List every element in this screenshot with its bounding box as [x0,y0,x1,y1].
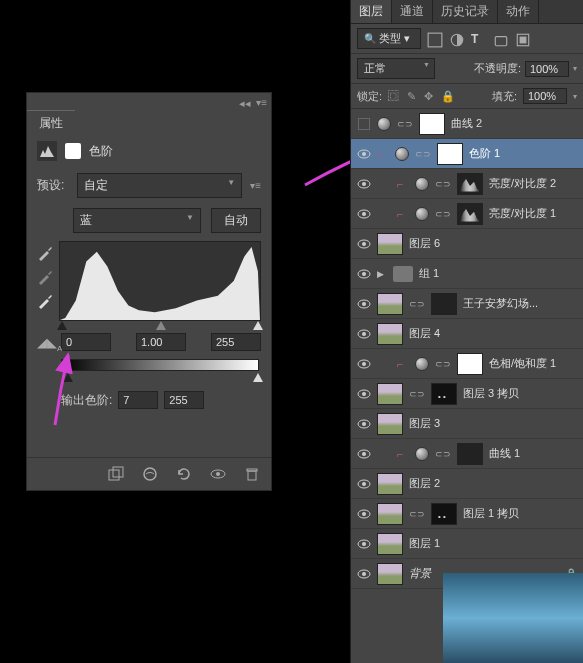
lock-pixels-icon[interactable]: ✎ [407,90,416,103]
channel-select[interactable]: 蓝 [73,208,201,233]
layer-thumb[interactable] [377,473,403,495]
clip-icon[interactable] [107,466,125,482]
layer-thumb[interactable] [377,413,403,435]
mask-thumb[interactable] [457,353,483,375]
mask-thumb[interactable] [457,203,483,225]
view-previous-icon[interactable] [141,466,159,482]
layer-row[interactable]: 图层 4 [351,319,583,349]
layer-thumb[interactable] [377,383,403,405]
input-black-field[interactable] [61,333,111,351]
mask-thumb[interactable] [437,143,463,165]
layer-row[interactable]: ⊂⊃图层 1 拷贝 [351,499,583,529]
eyedropper-gray-icon[interactable] [37,269,53,285]
auto-button[interactable]: 自动 [211,208,261,233]
layer-name[interactable]: 王子安梦幻场... [463,296,577,311]
mask-thumb[interactable] [419,113,445,135]
layer-row[interactable]: ⊂⊃图层 3 拷贝 [351,379,583,409]
visibility-toggle[interactable] [357,537,371,551]
layer-name[interactable]: 图层 6 [409,236,577,251]
layer-name[interactable]: 图层 4 [409,326,577,341]
mask-icon[interactable] [65,143,81,159]
output-white-slider[interactable] [253,373,263,382]
disclosure-icon[interactable]: ▶ [377,269,387,279]
mask-link-icon[interactable]: ⊂⊃ [409,509,425,519]
layer-thumb[interactable] [377,563,403,585]
output-black-slider[interactable] [63,373,73,382]
filter-pixel-icon[interactable] [427,32,443,46]
visibility-toggle[interactable] [357,237,371,251]
visibility-toggle[interactable] [357,387,371,401]
layer-row[interactable]: ⌐⊂⊃亮度/对比度 2 [351,169,583,199]
eyedropper-white-icon[interactable] [37,293,53,309]
black-point-slider[interactable] [57,321,67,330]
visibility-toggle[interactable] [357,297,371,311]
visibility-icon[interactable] [209,466,227,482]
tab-layers[interactable]: 图层 [351,0,392,23]
layer-name[interactable]: 图层 3 拷贝 [463,386,577,401]
filter-smart-icon[interactable] [515,32,531,46]
layer-row[interactable]: ⌐⊂⊃亮度/对比度 1 [351,199,583,229]
blend-mode-select[interactable]: 正常 [357,58,435,79]
layer-thumb[interactable] [377,323,403,345]
layer-row[interactable]: 图层 6 [351,229,583,259]
properties-tab[interactable]: 属性 [27,110,75,136]
lock-transparency-icon[interactable]: ⿴ [388,90,399,103]
tab-channels[interactable]: 通道 [392,0,433,23]
layer-name[interactable]: 图层 1 [409,536,577,551]
tab-history[interactable]: 历史记录 [433,0,498,23]
mask-link-icon[interactable]: ⊂⊃ [409,389,425,399]
layer-row[interactable]: ▶组 1 [351,259,583,289]
visibility-toggle[interactable] [357,567,371,581]
mask-thumb[interactable] [457,443,483,465]
layer-row[interactable]: ⌐⊂⊃色阶 1 [351,139,583,169]
visibility-toggle[interactable] [357,267,371,281]
opacity-input[interactable] [525,61,569,77]
visibility-toggle[interactable] [357,327,371,341]
trash-icon[interactable] [243,466,261,482]
fill-input[interactable] [523,88,567,104]
layer-name[interactable]: 亮度/对比度 1 [489,206,577,221]
midpoint-slider[interactable] [156,321,166,330]
mask-link-icon[interactable]: ⊂⊃ [435,209,451,219]
layer-row[interactable]: ⊂⊃曲线 2 [351,109,583,139]
mask-link-icon[interactable]: ⊂⊃ [435,179,451,189]
reset-icon[interactable] [175,466,193,482]
layer-name[interactable]: 亮度/对比度 2 [489,176,577,191]
output-sliders[interactable] [61,373,259,385]
tab-actions[interactable]: 动作 [498,0,539,23]
visibility-toggle[interactable] [357,507,371,521]
visibility-toggle[interactable] [357,207,371,221]
layer-thumb[interactable] [377,293,403,315]
layer-row[interactable]: 图层 1 [351,529,583,559]
input-mid-field[interactable] [136,333,186,351]
visibility-toggle[interactable] [357,117,371,131]
layer-name[interactable]: 图层 2 [409,476,577,491]
layer-thumb[interactable] [377,503,403,525]
mask-link-icon[interactable]: ⊂⊃ [435,359,451,369]
input-white-field[interactable] [211,333,261,351]
mask-link-icon[interactable]: ⊂⊃ [415,149,431,159]
eyedropper-black-icon[interactable] [37,245,53,261]
layer-row[interactable]: 图层 2 [351,469,583,499]
visibility-toggle[interactable] [357,447,371,461]
layer-row[interactable]: ⌐⊂⊃曲线 1 [351,439,583,469]
visibility-toggle[interactable] [357,477,371,491]
layer-row[interactable]: 图层 3 [351,409,583,439]
output-white-field[interactable] [164,391,204,409]
layer-name[interactable]: 图层 3 [409,416,577,431]
collapse-icon[interactable]: ◂◂ [239,97,251,110]
preset-menu-icon[interactable]: ▾≡ [250,180,261,191]
visibility-toggle[interactable] [357,357,371,371]
output-black-field[interactable] [118,391,158,409]
layer-name[interactable]: 图层 1 拷贝 [463,506,577,521]
filter-kind-select[interactable]: 类型 ▾ [357,28,421,49]
layer-name[interactable]: 组 1 [419,266,577,281]
layer-thumb[interactable] [377,233,403,255]
mask-link-icon[interactable]: ⊂⊃ [409,299,425,309]
visibility-toggle[interactable] [357,147,371,161]
mask-thumb[interactable] [457,173,483,195]
layer-name[interactable]: 色阶 1 [469,146,577,161]
mask-thumb[interactable] [431,503,457,525]
preset-select[interactable]: 自定 [77,173,242,198]
filter-shape-icon[interactable] [493,32,509,46]
